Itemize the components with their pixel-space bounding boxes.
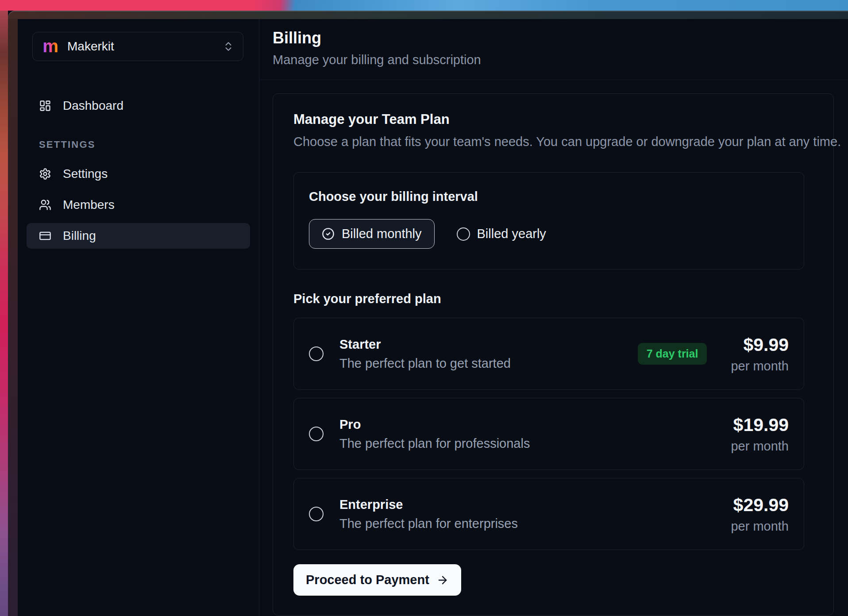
billed-monthly-option[interactable]: Billed monthly: [309, 219, 435, 249]
price-block: $29.99 per month: [731, 495, 789, 534]
plan-texts: Pro The perfect plan for professionals: [339, 417, 530, 451]
sidebar-item-label: Dashboard: [63, 99, 123, 113]
plan-period: per month: [731, 359, 789, 373]
card-description: Choose a plan that fits your team's need…: [293, 135, 813, 149]
sidebar-item-members[interactable]: Members: [27, 192, 250, 218]
plan-price: $19.99: [731, 415, 789, 435]
team-name: Makerkit: [67, 39, 114, 54]
sidebar-item-dashboard[interactable]: Dashboard: [27, 93, 250, 119]
plan-right: $29.99 per month: [731, 495, 789, 534]
card-title: Manage your Team Plan: [293, 112, 813, 127]
users-icon: [39, 199, 51, 211]
window-titlebar: [8, 11, 848, 19]
app-window: m Makerkit: [8, 11, 848, 616]
makerkit-logo-icon: m: [42, 38, 59, 55]
arrow-right-icon: [436, 574, 449, 586]
proceed-to-payment-button[interactable]: Proceed to Payment: [293, 564, 461, 596]
plan-description: The perfect plan for enterprises: [339, 516, 518, 531]
plan-name: Pro: [339, 417, 530, 432]
sidebar-item-billing[interactable]: Billing: [27, 223, 250, 249]
plan-price: $29.99: [731, 495, 789, 516]
page-title: Billing: [273, 29, 848, 47]
radio-circle-icon: [457, 227, 470, 241]
desktop-wallpaper-top: [0, 0, 848, 11]
billed-yearly-option[interactable]: Billed yearly: [457, 227, 546, 241]
sidebar-item-label: Members: [63, 198, 115, 212]
sidebar-section-label: SETTINGS: [39, 139, 250, 150]
plan-price: $9.99: [731, 335, 789, 355]
desktop-wallpaper-left: [0, 11, 8, 616]
billing-interval-box: Choose your billing interval Billed mont…: [293, 172, 804, 270]
plan-texts: Starter The perfect plan to get started: [339, 337, 511, 371]
proceed-to-payment-label: Proceed to Payment: [306, 573, 429, 587]
screen: m Makerkit: [0, 0, 848, 616]
radio-circle-icon[interactable]: [309, 346, 324, 361]
sidebar-nav: Dashboard SETTINGS Settings: [18, 93, 259, 249]
plan-period: per month: [731, 439, 789, 454]
plan-row-pro[interactable]: Pro The perfect plan for professionals $…: [293, 398, 804, 470]
plan-description: The perfect plan for professionals: [339, 436, 530, 451]
window-frame-edge: [8, 11, 18, 616]
sidebar-item-label: Billing: [63, 229, 96, 243]
billing-interval-options: Billed monthly Billed yearly: [309, 219, 789, 249]
check-circle-icon: [322, 227, 335, 240]
plan-texts: Enterprise The perfect plan for enterpri…: [339, 497, 518, 531]
plan-right: $19.99 per month: [731, 415, 789, 454]
plan-description: The perfect plan to get started: [339, 356, 511, 371]
sidebar: m Makerkit: [18, 19, 259, 616]
plan-row-enterprise[interactable]: Enterprise The perfect plan for enterpri…: [293, 478, 804, 550]
page-header: Billing Manage your billing and subscrip…: [259, 19, 848, 80]
content-area: Manage your Team Plan Choose a plan that…: [259, 80, 848, 616]
app-layout: m Makerkit: [18, 19, 848, 616]
sidebar-item-label: Settings: [63, 167, 108, 181]
sidebar-item-settings[interactable]: Settings: [27, 161, 250, 187]
credit-card-icon: [39, 230, 51, 242]
gear-icon: [39, 168, 51, 180]
radio-circle-icon[interactable]: [309, 507, 324, 521]
page-subtitle: Manage your billing and subscription: [273, 53, 848, 67]
main-content: Billing Manage your billing and subscrip…: [259, 19, 848, 616]
plan-name: Enterprise: [339, 497, 518, 512]
price-block: $9.99 per month: [731, 335, 789, 373]
logo-letter: m: [42, 38, 58, 55]
plan-row-starter[interactable]: Starter The perfect plan to get started …: [293, 318, 804, 390]
billed-yearly-label: Billed yearly: [477, 227, 546, 241]
team-plan-card: Manage your Team Plan Choose a plan that…: [273, 93, 834, 616]
billing-interval-label: Choose your billing interval: [309, 189, 789, 204]
plan-right: 7 day trial $9.99 per month: [638, 335, 789, 373]
price-block: $19.99 per month: [731, 415, 789, 454]
plans-label: Pick your preferred plan: [293, 292, 813, 306]
billed-monthly-label: Billed monthly: [342, 227, 422, 241]
trial-badge: 7 day trial: [638, 343, 707, 365]
team-switcher[interactable]: m Makerkit: [32, 32, 243, 61]
radio-circle-icon[interactable]: [309, 427, 324, 441]
plan-period: per month: [731, 519, 789, 534]
dashboard-icon: [39, 100, 51, 112]
chevrons-up-down-icon: [223, 41, 234, 52]
plan-name: Starter: [339, 337, 511, 352]
